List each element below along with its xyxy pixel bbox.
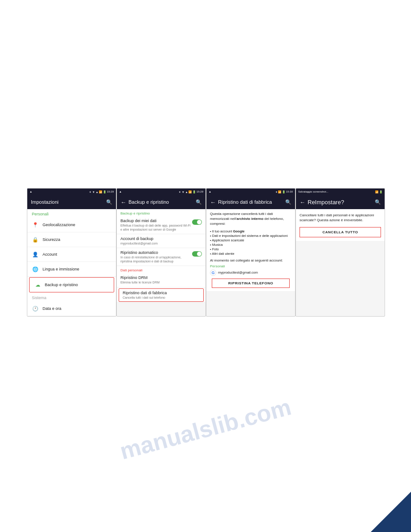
status-bar-4: Salvataggio screenshot... 📶 🔋 bbox=[296, 189, 385, 195]
backup-account-desc: myproducttest@gmail.com bbox=[120, 241, 202, 245]
cancella-tutto-button[interactable]: CANCELLA TUTTO bbox=[300, 227, 381, 237]
backup-auto-desc: In caso di reinstallazione di un'applica… bbox=[120, 255, 190, 263]
reset-list: • Il tuo account Google • Dati e imposta… bbox=[210, 229, 291, 256]
drm-title: Ripristino DRM bbox=[120, 275, 202, 280]
sistema-header: Sistema bbox=[27, 293, 116, 301]
status-right-3: ✦ 📶 🔋 15:30 bbox=[275, 190, 293, 193]
screen1-impostazioni: ▲ ✦ ▼ ▲ 📶 🔋 15:29 Impostazioni 🔍 Persona… bbox=[27, 188, 116, 317]
search-icon-3[interactable]: 🔍 bbox=[285, 199, 291, 205]
factory-reset-desc: Cancella tutti i dati sul telefono bbox=[123, 296, 200, 300]
backup-item-drm[interactable]: Ripristino DRM Elimina tutte le licenze … bbox=[117, 273, 206, 287]
dati-section-header: Dati personali bbox=[117, 266, 206, 273]
backup-item-mydata: Backup dei miei dati Effettua il backup … bbox=[117, 216, 206, 234]
screen3-content: Questa operazione cancellerà tutti i dat… bbox=[206, 209, 295, 291]
screen4-reimpostare: Salvataggio screenshot... 📶 🔋 ← ReImpost… bbox=[295, 188, 385, 317]
backup-auto-toggle[interactable] bbox=[192, 251, 202, 257]
menu-label-sicurezza: Sicurezza bbox=[43, 237, 60, 242]
app-bar-1: Impostazioni 🔍 bbox=[27, 195, 116, 209]
screen1-content: Personali 📍 Geolocalizzazione 🔒 Sicurezz… bbox=[27, 209, 116, 316]
personali-header-3: Personali bbox=[210, 264, 291, 268]
search-icon-4[interactable]: 🔍 bbox=[375, 199, 381, 205]
screen2-content: Backup e ripristino Backup dei miei dati… bbox=[117, 209, 206, 302]
search-icon-2[interactable]: 🔍 bbox=[196, 199, 202, 205]
list-item-google: • Il tuo account Google bbox=[210, 229, 291, 233]
screen2-backup: ▲ ✦ ▼ ▲ 📶 🔋 15:29 ← Backup e ripristino … bbox=[116, 188, 206, 317]
factory-reset-item[interactable]: Ripristino dati di fabbrica Cancella tut… bbox=[119, 288, 204, 302]
backup-account-title: Account di backup bbox=[120, 236, 202, 241]
status-bar-3: ▲ ✦ 📶 🔋 15:30 bbox=[206, 189, 295, 195]
blue-triangle-decoration bbox=[371, 492, 411, 532]
globe-icon: 🌐 bbox=[32, 266, 39, 273]
menu-item-data[interactable]: 🕐 Data e ora bbox=[27, 301, 116, 316]
menu-label-lingua: Lingua e immissione bbox=[43, 267, 79, 271]
list-item-foto: • Foto bbox=[210, 247, 291, 251]
screens-container: ▲ ✦ ▼ ▲ 📶 🔋 15:29 Impostazioni 🔍 Persona… bbox=[27, 188, 407, 317]
google-icon: G bbox=[210, 270, 216, 276]
list-item-apps: • Applicazioni scaricate bbox=[210, 238, 291, 242]
menu-label-data: Data e ora bbox=[43, 306, 61, 311]
reset-description: Questa operazione cancellerà tutti i dat… bbox=[210, 211, 291, 227]
screen3-title: Ripristino dati di fabbrica bbox=[218, 199, 283, 205]
menu-item-sicurezza[interactable]: 🔒 Sicurezza bbox=[27, 232, 116, 247]
screen1-title: Impostazioni bbox=[31, 199, 104, 205]
status-left-2: ▲ bbox=[119, 190, 122, 193]
status-bar-1: ▲ ✦ ▼ ▲ 📶 🔋 15:29 bbox=[27, 189, 116, 195]
back-button-2[interactable]: ← bbox=[120, 199, 126, 206]
menu-item-lingua[interactable]: 🌐 Lingua e immissione bbox=[27, 262, 116, 277]
status-right-2: ✦ ▼ ▲ 📶 🔋 15:29 bbox=[179, 190, 203, 193]
account-info: Al momento sei collegato ai seguenti acc… bbox=[210, 258, 291, 262]
backup-mydata-toggle[interactable] bbox=[192, 219, 202, 225]
backup-item-auto: Ripristino automatico In caso di reinsta… bbox=[117, 248, 206, 266]
drm-desc: Elimina tutte le licenze DRM bbox=[120, 280, 202, 284]
factory-reset-title: Ripristino dati di fabbrica bbox=[123, 291, 200, 295]
backup-item-account: Account di backup myproducttest@gmail.co… bbox=[117, 234, 206, 248]
ripristina-button[interactable]: RIPRISTINA TELEFONO bbox=[212, 279, 290, 288]
reimpostare-description: Cancellare tutti i dati personali e le a… bbox=[300, 213, 381, 223]
backup-mydata-desc: Effettua il backup di dati delle app, pa… bbox=[120, 223, 192, 232]
location-icon: 📍 bbox=[32, 221, 39, 228]
screen4-content: Cancellare tutti i dati personali e le a… bbox=[296, 209, 385, 241]
watermark: manualslib.com bbox=[117, 393, 294, 465]
menu-item-backup[interactable]: ☁ Backup e ripristino bbox=[29, 277, 114, 292]
back-button-3[interactable]: ← bbox=[210, 199, 216, 206]
back-button-4[interactable]: ← bbox=[300, 199, 305, 206]
list-item-altri: • Altri dati utente bbox=[210, 252, 291, 256]
screen4-title: ReImpostare? bbox=[308, 199, 372, 206]
lock-icon: 🔒 bbox=[32, 236, 39, 243]
list-item-dati: • Dati e impostazioni del sistema e dell… bbox=[210, 234, 291, 238]
status-bar-2: ▲ ✦ ▼ ▲ 📶 🔋 15:29 bbox=[117, 189, 206, 195]
google-email: myproducttest@gmail.com bbox=[218, 270, 258, 275]
status-left-3: ▲ bbox=[209, 190, 211, 193]
backup-section-header: Backup e ripristino bbox=[117, 209, 206, 216]
menu-item-geo[interactable]: 📍 Geolocalizzazione bbox=[27, 218, 116, 232]
search-icon-1[interactable]: 🔍 bbox=[106, 199, 112, 205]
app-bar-2: ← Backup e ripristino 🔍 bbox=[117, 195, 206, 209]
menu-label-account: Account bbox=[43, 252, 57, 257]
backup-auto-title: Ripristino automatico bbox=[120, 250, 190, 255]
app-bar-3: ← Ripristino dati di fabbrica 🔍 bbox=[206, 195, 295, 209]
screen2-title: Backup e ripristino bbox=[128, 199, 193, 205]
person-icon: 👤 bbox=[32, 251, 39, 258]
status-right-1: ✦ ▼ ▲ 📶 🔋 15:29 bbox=[89, 190, 114, 193]
status-left-1: ▲ bbox=[30, 190, 32, 193]
clock-icon: 🕐 bbox=[32, 305, 39, 312]
personali-header: Personali bbox=[27, 209, 116, 218]
status-right-4: 📶 🔋 bbox=[375, 190, 382, 193]
backup-mydata-title: Backup dei miei dati bbox=[120, 219, 192, 223]
menu-label-backup: Backup e ripristino bbox=[45, 283, 78, 287]
screen3-factory-reset: ▲ ✦ 📶 🔋 15:30 ← Ripristino dati di fabbr… bbox=[206, 188, 295, 317]
google-account-row: G myproducttest@gmail.com bbox=[210, 270, 291, 276]
app-bar-4: ← ReImpostare? 🔍 bbox=[296, 195, 385, 209]
menu-label-geo: Geolocalizzazione bbox=[43, 223, 75, 227]
menu-item-account[interactable]: 👤 Account bbox=[27, 247, 116, 262]
list-item-music: • Musica bbox=[210, 243, 291, 247]
screenshot-label: Salvataggio screenshot... bbox=[298, 190, 375, 193]
cloud-icon: ☁ bbox=[34, 281, 41, 288]
